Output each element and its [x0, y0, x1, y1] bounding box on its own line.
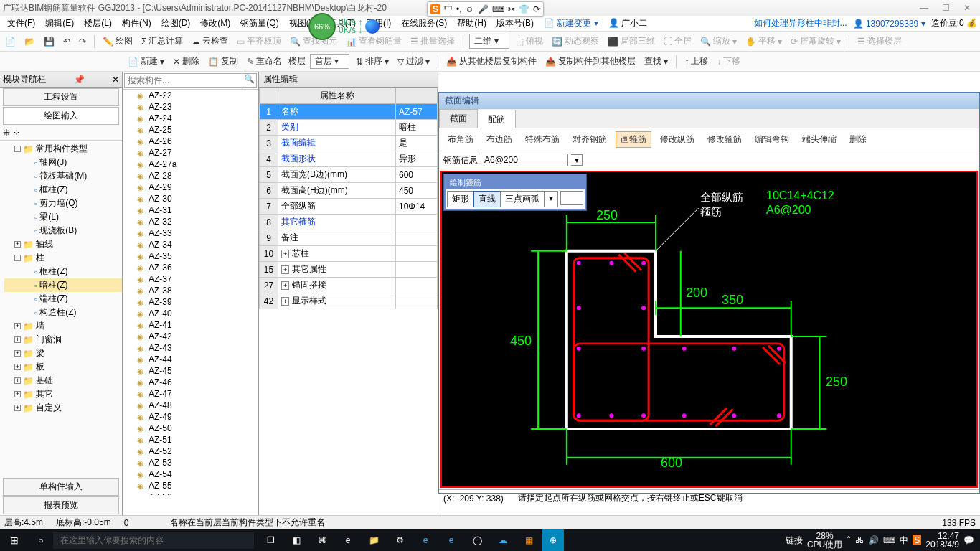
taskbar-edge-icon[interactable]: e: [413, 529, 438, 551]
undo-button[interactable]: ↶: [61, 35, 72, 48]
list-item[interactable]: AZ-25: [123, 124, 258, 136]
menu-floor[interactable]: 楼层(L): [80, 16, 116, 31]
tree-node[interactable]: ▫框柱(Z): [4, 265, 122, 278]
tray-clock[interactable]: 12:472018/4/9: [925, 532, 959, 549]
save-button[interactable]: 💾: [42, 35, 57, 48]
dock-pin-icon[interactable]: 📌: [74, 75, 85, 85]
property-row[interactable]: 10+ 芯柱: [260, 246, 438, 262]
list-item[interactable]: AZ-41: [123, 319, 258, 331]
tree-node[interactable]: +📁自定义: [4, 401, 122, 415]
task-view-icon[interactable]: ❐: [258, 529, 283, 551]
tree-node[interactable]: ▫框柱(Z): [4, 183, 122, 197]
taskbar-search[interactable]: [53, 532, 254, 549]
rebar-tool[interactable]: 布角筋: [443, 132, 478, 147]
list-item[interactable]: AZ-40: [123, 308, 258, 319]
list-item[interactable]: AZ-27a: [123, 159, 258, 170]
tree-node[interactable]: ▫梁(L): [4, 210, 122, 224]
tree-node[interactable]: +📁门窗洞: [4, 333, 122, 347]
list-item[interactable]: AZ-50: [123, 423, 258, 434]
list-item[interactable]: AZ-36: [123, 262, 258, 273]
draw-button[interactable]: ✏️绘图: [100, 34, 135, 49]
list-item[interactable]: AZ-24: [123, 113, 258, 124]
taskbar-app-7[interactable]: ◯: [465, 529, 489, 551]
tree-node[interactable]: +📁其它: [4, 387, 122, 401]
menu-version[interactable]: 版本号(B): [492, 16, 538, 31]
list-item[interactable]: AZ-49: [123, 411, 258, 423]
local-3d-button[interactable]: ⬛ 局部三维: [606, 34, 657, 49]
component-list[interactable]: AZ-22AZ-23AZ-24AZ-25AZ-26AZ-27AZ-27aAZ-2…: [123, 90, 258, 495]
new-file-button[interactable]: 📄: [3, 35, 18, 48]
rebar-tool[interactable]: 删除: [845, 132, 871, 147]
menu-edit[interactable]: 编辑(E): [41, 16, 78, 31]
list-item[interactable]: AZ-46: [123, 377, 258, 388]
tray-volume-icon[interactable]: 🔊: [868, 535, 879, 545]
tree-collapse-icon[interactable]: ⁘: [13, 128, 20, 138]
ime-keyboard[interactable]: ⌨: [492, 4, 504, 14]
property-row[interactable]: 6截面高(H边)(mm)450: [260, 183, 438, 199]
rebar-info-input[interactable]: [481, 154, 568, 166]
list-item[interactable]: AZ-38: [123, 285, 258, 296]
close-button[interactable]: ✕: [957, 3, 977, 13]
menu-draw[interactable]: 绘图(D): [157, 16, 195, 31]
tab-project-settings[interactable]: 工程设置: [3, 88, 119, 106]
copy-from-floor-button[interactable]: 📥 从其他楼层复制构件: [444, 54, 539, 69]
fullscreen-button[interactable]: ⛶ 全屏: [661, 34, 694, 49]
tray-ime-icon[interactable]: ⌨: [883, 535, 895, 545]
find-button[interactable]: 查找 ▾: [642, 54, 670, 69]
list-item[interactable]: AZ-53: [123, 457, 258, 468]
list-item[interactable]: AZ-32: [123, 216, 258, 227]
floor-select[interactable]: 首层 ▾: [310, 54, 349, 69]
accelerator-ball-icon[interactable]: [365, 19, 380, 34]
tree-node[interactable]: ▫轴网(J): [4, 156, 122, 169]
list-item[interactable]: AZ-22: [123, 90, 258, 101]
property-row[interactable]: 7全部纵筋10Φ14: [260, 199, 438, 215]
property-row[interactable]: 2类别暗柱: [260, 120, 438, 136]
list-item[interactable]: AZ-52: [123, 446, 258, 457]
batch-select-button[interactable]: ☰ 批量选择: [408, 34, 457, 49]
redo-button[interactable]: ↷: [77, 35, 88, 48]
list-item[interactable]: AZ-34: [123, 239, 258, 250]
property-row[interactable]: 42+ 显示样式: [260, 293, 438, 309]
list-item[interactable]: AZ-29: [123, 182, 258, 193]
menu-component[interactable]: 构件(N): [118, 16, 156, 31]
list-item[interactable]: AZ-47: [123, 388, 258, 400]
rebar-tool[interactable]: 编辑弯钩: [750, 132, 793, 147]
property-row[interactable]: 9备注: [260, 230, 438, 246]
sum-button[interactable]: Σ 汇总计算: [139, 34, 185, 49]
open-file-button[interactable]: 📂: [22, 35, 37, 48]
ime-lang[interactable]: 中: [444, 3, 453, 15]
tree-node[interactable]: +📁墙: [4, 319, 122, 333]
account-phone[interactable]: 👤 13907298339 ▾: [853, 19, 925, 29]
flat-top-button[interactable]: ▭ 平齐板顶: [235, 34, 283, 49]
accelerator-percent[interactable]: 66%: [308, 13, 336, 40]
tab-section[interactable]: 截面: [439, 109, 478, 128]
tree-node[interactable]: ▫筏板基础(M): [4, 169, 122, 183]
rename-button[interactable]: ✎ 重命名: [245, 54, 284, 69]
tree-node[interactable]: +📁梁: [4, 347, 122, 360]
tray-lang-icon[interactable]: 中: [900, 534, 908, 547]
taskbar-app-2[interactable]: ⌘: [310, 529, 334, 551]
menu-file[interactable]: 文件(F): [3, 16, 39, 31]
new-change-link[interactable]: 📄 新建变更 ▾: [540, 16, 603, 31]
select-floor-button[interactable]: ☰ 选择楼层: [855, 34, 904, 49]
property-row[interactable]: 5截面宽(B边)(mm)600: [260, 167, 438, 183]
list-item[interactable]: AZ-33: [123, 227, 258, 239]
property-row[interactable]: 1名称AZ-57: [260, 104, 438, 120]
menu-rebar[interactable]: 钢筋量(Q): [236, 16, 283, 31]
maximize-button[interactable]: ☐: [936, 3, 956, 13]
nav-tree[interactable]: -📁常用构件类型▫轴网(J)▫筏板基础(M)▫框柱(Z)▫剪力墙(Q)▫梁(L)…: [0, 141, 122, 478]
taskbar-app-9[interactable]: ▦: [517, 529, 541, 551]
tree-expand-icon[interactable]: ⁜: [3, 128, 10, 138]
rebar-tool[interactable]: 布边筋: [482, 132, 517, 147]
top-view-button[interactable]: ⬚ 俯视: [514, 34, 545, 49]
tree-node[interactable]: -📁常用构件类型: [4, 142, 122, 156]
tab-report[interactable]: 报表预览: [3, 496, 119, 514]
taskbar-app-4[interactable]: 📁: [362, 529, 386, 551]
ime-toolbar[interactable]: S 中 •, ☺ 🎤 ⌨ ✂ 👕 ⟳: [427, 1, 544, 17]
tree-node[interactable]: ▫现浇板(B): [4, 224, 122, 237]
property-row[interactable]: 27+ 锚固搭接: [260, 278, 438, 293]
tray-cpu[interactable]: 28%CPU使用: [807, 532, 842, 549]
list-item[interactable]: AZ-30: [123, 193, 258, 204]
delete-component-button[interactable]: ✕ 删除: [171, 54, 202, 69]
taskbar-app-8[interactable]: ☁: [491, 529, 515, 551]
